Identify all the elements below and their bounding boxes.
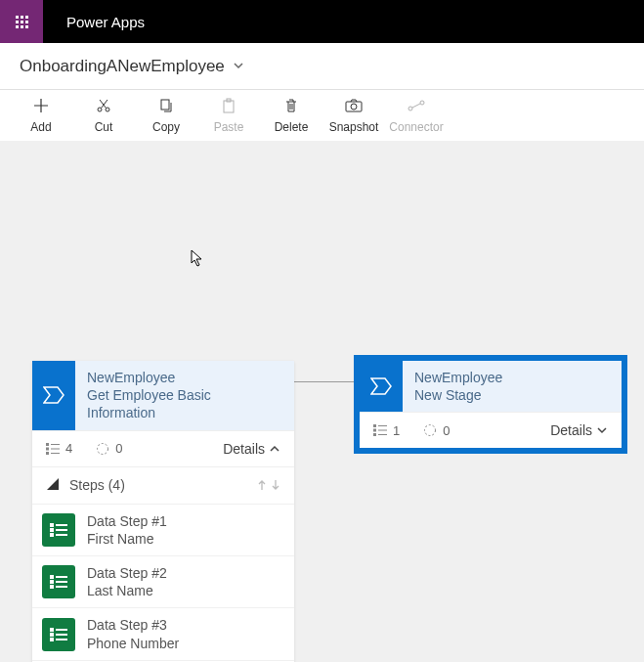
svg-rect-32: [50, 638, 54, 641]
details-toggle[interactable]: Details: [223, 441, 280, 457]
svg-rect-2: [161, 100, 169, 110]
list-icon: [46, 443, 60, 455]
branch-count-stat: 0: [96, 441, 122, 456]
step-field: Phone Number: [87, 635, 179, 652]
arrow-down-icon: [271, 479, 280, 491]
svg-point-7: [408, 107, 412, 110]
svg-rect-19: [56, 529, 67, 531]
snapshot-button[interactable]: Snapshot: [322, 91, 385, 140]
step-name: Data Step #3: [87, 616, 179, 634]
connector-icon: [408, 97, 425, 114]
list-icon: [373, 424, 387, 436]
data-step-row[interactable]: Data Step #1First Name: [32, 504, 294, 555]
step-text: Data Step #3Phone Number: [87, 616, 179, 651]
chevron-up-icon: [269, 443, 280, 455]
svg-point-1: [106, 108, 109, 111]
add-label: Add: [30, 120, 51, 134]
stage-entity: NewEmployee: [87, 369, 282, 386]
svg-rect-25: [56, 581, 67, 583]
svg-rect-18: [50, 528, 54, 532]
copy-icon: [158, 97, 174, 114]
stage-entity: NewEmployee: [414, 369, 502, 386]
svg-point-8: [420, 101, 424, 105]
data-step-row[interactable]: Data Step #3Phone Number: [32, 607, 294, 659]
svg-rect-17: [56, 524, 67, 526]
copy-button[interactable]: Copy: [135, 91, 197, 140]
details-toggle[interactable]: Details: [550, 422, 608, 438]
connector-button: Connector: [385, 91, 448, 140]
paste-button: Paste: [197, 91, 260, 140]
step-text: Data Step #2Last Name: [87, 564, 167, 599]
svg-rect-43: [378, 430, 387, 431]
svg-rect-45: [378, 434, 387, 435]
svg-rect-30: [50, 633, 54, 637]
arrow-up-icon: [257, 479, 267, 491]
stage-header[interactable]: NewEmployee Get Employee Basic Informati…: [32, 361, 294, 430]
stage-title: New Stage: [414, 386, 502, 404]
svg-rect-20: [50, 533, 54, 537]
steps-count: 1: [393, 423, 400, 438]
designer-canvas[interactable]: NewEmployee Get Employee Basic Informati…: [0, 141, 644, 662]
plus-icon: [33, 97, 49, 114]
svg-rect-26: [50, 585, 54, 589]
paste-icon: [221, 97, 236, 114]
step-field: Last Name: [87, 582, 167, 599]
svg-rect-29: [56, 629, 67, 631]
cut-button[interactable]: Cut: [72, 91, 135, 140]
stage-title: Get Employee Basic Information: [87, 386, 282, 421]
branch-count: 0: [443, 423, 450, 438]
branch-icon: [423, 423, 437, 437]
data-step-icon: [42, 565, 75, 598]
global-header: Power Apps: [0, 0, 644, 43]
branch-count-stat: 0: [423, 423, 450, 438]
delete-button[interactable]: Delete: [260, 91, 322, 140]
svg-rect-40: [373, 424, 376, 427]
svg-rect-16: [50, 523, 54, 527]
app-title: Power Apps: [43, 14, 145, 30]
svg-point-15: [98, 443, 108, 454]
copy-label: Copy: [152, 120, 180, 134]
flow-name[interactable]: OnboardingANewEmployee: [20, 57, 225, 76]
step-field: First Name: [87, 530, 167, 548]
connector-label: Connector: [389, 120, 443, 134]
steps-count-stat: 4: [46, 441, 72, 456]
camera-icon: [345, 97, 363, 114]
app-launcher-button[interactable]: [0, 0, 43, 43]
svg-rect-27: [56, 586, 67, 588]
stage-header-text: NewEmployee Get Employee Basic Informati…: [75, 361, 294, 430]
waffle-icon: [16, 16, 28, 28]
chevron-down-icon: [596, 424, 608, 436]
step-name: Data Step #1: [87, 512, 167, 530]
stage-card-a[interactable]: NewEmployee Get Employee Basic Informati…: [32, 361, 294, 662]
branch-count: 0: [115, 441, 122, 456]
add-button[interactable]: Add: [10, 91, 72, 140]
svg-rect-31: [56, 634, 67, 636]
paste-label: Paste: [214, 120, 244, 134]
triangle-icon: [46, 477, 60, 494]
stage-chevron-icon: [32, 361, 75, 430]
steps-section-header[interactable]: Steps (4): [32, 466, 294, 504]
svg-rect-42: [373, 429, 376, 432]
svg-point-0: [98, 108, 102, 111]
toolbar: Add Cut Copy Paste Delete Snapshot Con: [0, 90, 644, 141]
steps-count: 4: [65, 441, 72, 456]
data-step-icon: [42, 513, 75, 547]
data-step-row[interactable]: Data Step #2Last Name: [32, 555, 294, 607]
stage-header[interactable]: NewEmployee New Stage: [360, 361, 622, 412]
step-text: Data Step #1First Name: [87, 512, 167, 548]
svg-rect-24: [50, 580, 54, 584]
svg-rect-28: [50, 628, 54, 632]
chevron-down-icon[interactable]: [233, 58, 244, 75]
stage-chevron-icon: [360, 361, 403, 412]
snapshot-label: Snapshot: [329, 120, 379, 134]
stage-connector-line: [293, 381, 360, 382]
details-label: Details: [223, 441, 265, 457]
svg-rect-44: [373, 433, 376, 436]
svg-rect-41: [378, 425, 387, 426]
cut-label: Cut: [95, 120, 113, 134]
delete-label: Delete: [275, 120, 309, 134]
reorder-arrows[interactable]: [257, 479, 280, 491]
svg-rect-3: [224, 101, 234, 112]
stage-card-b[interactable]: NewEmployee New Stage 1 0 Details: [360, 361, 622, 448]
step-name: Data Step #2: [87, 564, 167, 582]
